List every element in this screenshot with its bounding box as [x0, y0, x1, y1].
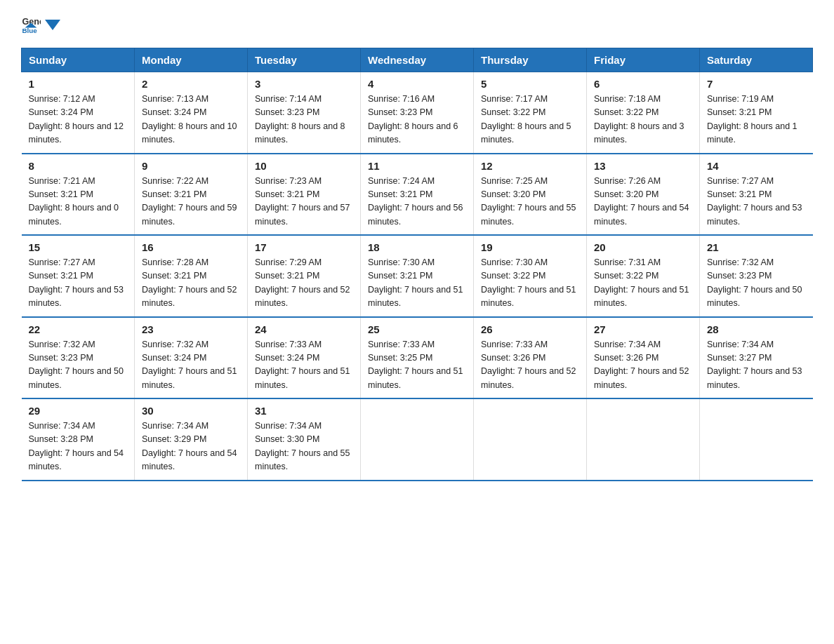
day-info: Sunrise: 7:32 AMSunset: 3:24 PMDaylight:…	[142, 338, 240, 393]
calendar-header: SundayMondayTuesdayWednesdayThursdayFrid…	[22, 48, 813, 72]
header-cell-sunday: Sunday	[22, 48, 135, 72]
day-number: 27	[594, 323, 692, 335]
day-number: 11	[368, 160, 466, 172]
day-cell: 23 Sunrise: 7:32 AMSunset: 3:24 PMDaylig…	[135, 317, 248, 399]
day-cell: 2 Sunrise: 7:13 AMSunset: 3:24 PMDayligh…	[135, 72, 248, 154]
day-info: Sunrise: 7:14 AMSunset: 3:23 PMDaylight:…	[255, 93, 353, 147]
day-info: Sunrise: 7:30 AMSunset: 3:21 PMDaylight:…	[368, 256, 466, 311]
day-info: Sunrise: 7:23 AMSunset: 3:21 PMDaylight:…	[255, 175, 353, 229]
calendar-body: 1 Sunrise: 7:12 AMSunset: 3:24 PMDayligh…	[22, 72, 813, 481]
header-cell-thursday: Thursday	[474, 48, 587, 72]
day-cell: 29 Sunrise: 7:34 AMSunset: 3:28 PMDaylig…	[22, 398, 135, 481]
day-cell: 21 Sunrise: 7:32 AMSunset: 3:23 PMDaylig…	[700, 235, 813, 317]
day-info: Sunrise: 7:28 AMSunset: 3:21 PMDaylight:…	[142, 256, 240, 311]
day-number: 23	[142, 323, 240, 335]
day-info: Sunrise: 7:13 AMSunset: 3:24 PMDaylight:…	[142, 93, 240, 147]
day-info: Sunrise: 7:26 AMSunset: 3:20 PMDaylight:…	[594, 175, 692, 229]
day-cell: 19 Sunrise: 7:30 AMSunset: 3:22 PMDaylig…	[474, 235, 587, 317]
day-number: 8	[29, 160, 128, 172]
day-number: 1	[29, 78, 128, 90]
week-row-2: 8 Sunrise: 7:21 AMSunset: 3:21 PMDayligh…	[22, 154, 813, 236]
day-number: 14	[707, 160, 806, 172]
day-cell	[474, 398, 587, 481]
header-cell-wednesday: Wednesday	[361, 48, 474, 72]
day-info: Sunrise: 7:29 AMSunset: 3:21 PMDaylight:…	[255, 256, 353, 311]
logo: General Blue	[21, 14, 60, 34]
day-number: 31	[255, 405, 353, 417]
day-cell: 6 Sunrise: 7:18 AMSunset: 3:22 PMDayligh…	[587, 72, 700, 154]
day-info: Sunrise: 7:33 AMSunset: 3:26 PMDaylight:…	[481, 338, 579, 393]
header-cell-tuesday: Tuesday	[248, 48, 361, 72]
day-info: Sunrise: 7:34 AMSunset: 3:30 PMDaylight:…	[255, 420, 353, 474]
day-info: Sunrise: 7:27 AMSunset: 3:21 PMDaylight:…	[707, 175, 806, 229]
day-info: Sunrise: 7:34 AMSunset: 3:27 PMDaylight:…	[707, 338, 806, 393]
day-info: Sunrise: 7:32 AMSunset: 3:23 PMDaylight:…	[29, 338, 128, 393]
day-cell	[361, 398, 474, 481]
day-info: Sunrise: 7:33 AMSunset: 3:25 PMDaylight:…	[368, 338, 466, 393]
day-number: 7	[707, 78, 806, 90]
day-cell: 27 Sunrise: 7:34 AMSunset: 3:26 PMDaylig…	[587, 317, 700, 399]
week-row-1: 1 Sunrise: 7:12 AMSunset: 3:24 PMDayligh…	[22, 72, 813, 154]
day-cell: 1 Sunrise: 7:12 AMSunset: 3:24 PMDayligh…	[22, 72, 135, 154]
day-info: Sunrise: 7:31 AMSunset: 3:22 PMDaylight:…	[594, 256, 692, 311]
day-info: Sunrise: 7:32 AMSunset: 3:23 PMDaylight:…	[707, 256, 806, 311]
day-cell: 14 Sunrise: 7:27 AMSunset: 3:21 PMDaylig…	[700, 154, 813, 236]
day-cell: 12 Sunrise: 7:25 AMSunset: 3:20 PMDaylig…	[474, 154, 587, 236]
day-info: Sunrise: 7:16 AMSunset: 3:23 PMDaylight:…	[368, 93, 466, 147]
logo-icon: General Blue	[21, 14, 41, 34]
day-info: Sunrise: 7:34 AMSunset: 3:26 PMDaylight:…	[594, 338, 692, 393]
day-info: Sunrise: 7:17 AMSunset: 3:22 PMDaylight:…	[481, 93, 579, 147]
day-number: 10	[255, 160, 353, 172]
header-cell-monday: Monday	[135, 48, 248, 72]
day-number: 12	[481, 160, 579, 172]
header-cell-friday: Friday	[587, 48, 700, 72]
day-cell: 3 Sunrise: 7:14 AMSunset: 3:23 PMDayligh…	[248, 72, 361, 154]
day-cell	[700, 398, 813, 481]
page-header: General Blue	[21, 14, 813, 34]
calendar-table: SundayMondayTuesdayWednesdayThursdayFrid…	[21, 48, 813, 481]
day-number: 18	[368, 241, 466, 253]
day-number: 2	[142, 78, 240, 90]
day-info: Sunrise: 7:21 AMSunset: 3:21 PMDaylight:…	[29, 175, 128, 229]
day-info: Sunrise: 7:19 AMSunset: 3:21 PMDaylight:…	[707, 93, 806, 147]
day-info: Sunrise: 7:22 AMSunset: 3:21 PMDaylight:…	[142, 175, 240, 229]
day-info: Sunrise: 7:25 AMSunset: 3:20 PMDaylight:…	[481, 175, 579, 229]
day-cell: 11 Sunrise: 7:24 AMSunset: 3:21 PMDaylig…	[361, 154, 474, 236]
day-cell: 20 Sunrise: 7:31 AMSunset: 3:22 PMDaylig…	[587, 235, 700, 317]
day-cell: 10 Sunrise: 7:23 AMSunset: 3:21 PMDaylig…	[248, 154, 361, 236]
day-info: Sunrise: 7:18 AMSunset: 3:22 PMDaylight:…	[594, 93, 692, 147]
svg-text:Blue: Blue	[22, 27, 37, 34]
day-number: 20	[594, 241, 692, 253]
day-info: Sunrise: 7:33 AMSunset: 3:24 PMDaylight:…	[255, 338, 353, 393]
day-number: 3	[255, 78, 353, 90]
day-number: 15	[29, 241, 128, 253]
day-cell: 18 Sunrise: 7:30 AMSunset: 3:21 PMDaylig…	[361, 235, 474, 317]
day-number: 30	[142, 405, 240, 417]
day-cell	[587, 398, 700, 481]
header-row: SundayMondayTuesdayWednesdayThursdayFrid…	[22, 48, 813, 72]
week-row-3: 15 Sunrise: 7:27 AMSunset: 3:21 PMDaylig…	[22, 235, 813, 317]
day-number: 17	[255, 241, 353, 253]
day-number: 16	[142, 241, 240, 253]
day-cell: 9 Sunrise: 7:22 AMSunset: 3:21 PMDayligh…	[135, 154, 248, 236]
svg-marker-3	[45, 20, 60, 30]
day-number: 29	[29, 405, 128, 417]
day-cell: 28 Sunrise: 7:34 AMSunset: 3:27 PMDaylig…	[700, 317, 813, 399]
day-cell: 26 Sunrise: 7:33 AMSunset: 3:26 PMDaylig…	[474, 317, 587, 399]
day-cell: 22 Sunrise: 7:32 AMSunset: 3:23 PMDaylig…	[22, 317, 135, 399]
day-info: Sunrise: 7:30 AMSunset: 3:22 PMDaylight:…	[481, 256, 579, 311]
day-number: 19	[481, 241, 579, 253]
week-row-4: 22 Sunrise: 7:32 AMSunset: 3:23 PMDaylig…	[22, 317, 813, 399]
day-number: 22	[29, 323, 128, 335]
day-cell: 31 Sunrise: 7:34 AMSunset: 3:30 PMDaylig…	[248, 398, 361, 481]
day-number: 13	[594, 160, 692, 172]
day-number: 25	[368, 323, 466, 335]
day-cell: 16 Sunrise: 7:28 AMSunset: 3:21 PMDaylig…	[135, 235, 248, 317]
day-number: 4	[368, 78, 466, 90]
day-info: Sunrise: 7:34 AMSunset: 3:28 PMDaylight:…	[29, 420, 128, 474]
day-number: 26	[481, 323, 579, 335]
day-number: 6	[594, 78, 692, 90]
header-cell-saturday: Saturday	[700, 48, 813, 72]
day-cell: 13 Sunrise: 7:26 AMSunset: 3:20 PMDaylig…	[587, 154, 700, 236]
day-cell: 8 Sunrise: 7:21 AMSunset: 3:21 PMDayligh…	[22, 154, 135, 236]
